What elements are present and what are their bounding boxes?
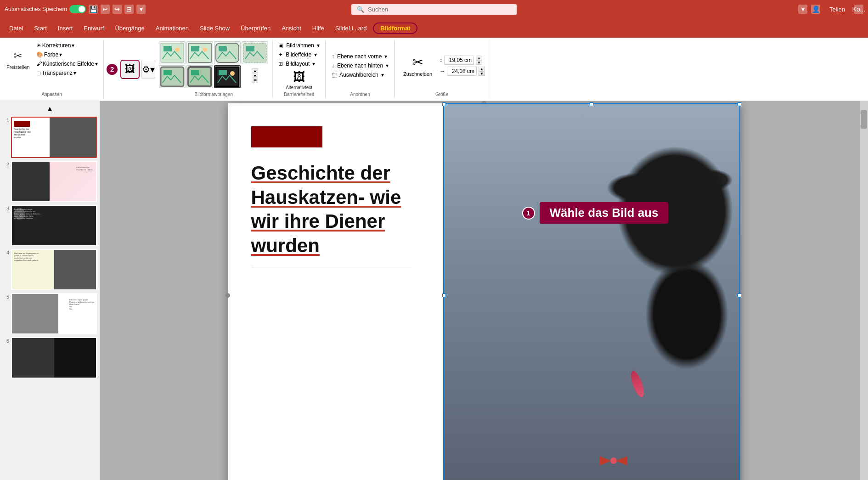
anpassen-top-row: ✂ Freistellen ☀ Korrekturen ▾ 🎨 Farbe ▾ … <box>4 41 100 77</box>
slide-thumb-4[interactable]: 4 Die Katze als Wegbegleiter zugehen in … <box>3 249 97 290</box>
bowtie-right <box>616 456 627 465</box>
autosave-label: Automatisches Speichern <box>5 6 67 12</box>
slide-thumb-2[interactable]: 2 KatzenmassageStunden bei 13.000... <box>3 161 97 202</box>
more-presets-button[interactable]: ▲ ▼ ☰ <box>242 65 268 86</box>
menu-datei[interactable]: Datei <box>5 23 28 34</box>
ebene-hinten-chevron: ▾ <box>386 62 389 69</box>
save-icon[interactable]: 💾 <box>89 5 98 14</box>
kuenstlerische-chevron: ▾ <box>95 61 98 67</box>
ebene-vorne-button[interactable]: ↑ Ebene nach vorne ▾ <box>330 52 390 61</box>
groesse-content: ✂ Zuschneiden ↕ ▲ ▼ ↔ ▲ ▼ <box>399 41 485 90</box>
transparenz-button[interactable]: ◻ Transparenz ▾ <box>34 69 100 77</box>
freistellen-button[interactable]: ✂ Freistellen <box>4 47 33 72</box>
slide-image-5[interactable]: Kätzchen eigner gegenRaubtiere zu kämpfe… <box>11 293 97 334</box>
width-input[interactable] <box>447 67 477 76</box>
slide-image-6[interactable] <box>11 337 97 378</box>
kuenstlerische-button[interactable]: 🖌 Künstlerische Effekte ▾ <box>34 60 100 68</box>
slide-image-4[interactable]: Die Katze als Wegbegleiter zugehen in 10… <box>11 249 97 290</box>
menu-animationen[interactable]: Animationen <box>151 23 193 34</box>
user-avatar[interactable]: 👤 <box>811 5 820 14</box>
undo-icon[interactable]: ↩ <box>101 5 110 14</box>
ebene-hinten-button[interactable]: ↓ Ebene nach hinten ▾ <box>330 62 390 70</box>
slide-content-left: Geschichte der Hauskatzen- wie wir ihre … <box>228 103 443 480</box>
width-spinners: ▲ ▼ <box>479 67 485 76</box>
preset-4[interactable] <box>242 41 268 64</box>
bildrahmen-label: Bildrahmen <box>286 42 314 49</box>
slide-thumb-5[interactable]: 5 Kätzchen eigner gegenRaubtiere zu kämp… <box>3 293 97 334</box>
menu-ansicht[interactable]: Ansicht <box>277 23 306 34</box>
bildeffekte-button[interactable]: ✦ Bildeffekte ▾ <box>276 51 321 59</box>
slide-image-3[interactable]: An der Alumnch wurde...Die Katzen schufe… <box>11 205 97 246</box>
autosave-toggle[interactable]: Automatisches Speichern <box>5 5 86 13</box>
preset-3[interactable] <box>214 41 241 64</box>
korrekturen-label: Korrekturen <box>42 42 71 49</box>
ebene-vorne-chevron: ▾ <box>384 53 387 60</box>
slide-thumb-3[interactable]: 3 An der Alumnch wurde...Die Katzen schu… <box>3 205 97 246</box>
menu-bildformat[interactable]: Bildformat <box>373 23 417 34</box>
autosave-switch[interactable] <box>69 5 86 13</box>
search-bar[interactable]: 🔍 <box>351 4 517 15</box>
height-down[interactable]: ▼ <box>476 60 482 65</box>
korrekturen-chevron: ▾ <box>72 42 74 49</box>
alternativtext-button[interactable]: 🖼 Alternativtext <box>286 70 312 90</box>
height-up[interactable]: ▲ <box>476 56 482 60</box>
present-icon[interactable]: ⊟ <box>124 5 134 14</box>
collapse-icon[interactable]: Ko... <box>854 5 863 14</box>
menu-entwurf[interactable]: Entwurf <box>79 23 108 34</box>
bildlayout-chevron: ▾ <box>312 61 315 67</box>
menu-slideliard[interactable]: SlideLi...ard <box>331 23 372 34</box>
ppt-dropdown-icon[interactable]: ▾ <box>798 5 807 14</box>
preset-5[interactable] <box>159 65 186 88</box>
ribbon: ✂ Freistellen ☀ Korrekturen ▾ 🎨 Farbe ▾ … <box>0 38 868 101</box>
scroll-down-icon[interactable]: ▼ <box>252 73 258 78</box>
slide-divider <box>251 267 411 267</box>
slide-inner-4: Die Katze als Wegbegleiter zugehen in 10… <box>12 250 96 289</box>
slide-num-4: 4 <box>3 249 9 255</box>
svg-rect-15 <box>219 70 227 75</box>
preset-1[interactable] <box>159 41 186 64</box>
menu-start[interactable]: Start <box>29 23 51 34</box>
image-options-button[interactable]: ⚙▾ <box>141 60 155 79</box>
preset-grid: ▲ ▼ ☰ <box>159 41 268 88</box>
width-down[interactable]: ▼ <box>479 71 485 76</box>
width-up[interactable]: ▲ <box>479 67 485 71</box>
share-button[interactable]: Teilen <box>824 4 851 15</box>
korrekturen-button[interactable]: ☀ Korrekturen ▾ <box>34 41 100 50</box>
menu-hilfe[interactable]: Hilfe <box>308 23 329 34</box>
scroll-up-icon[interactable]: ▲ <box>252 68 258 73</box>
title-bar-left: Automatisches Speichern 💾 ↩ ↪ ⊟ ▾ <box>5 5 288 14</box>
preset-7[interactable] <box>214 65 241 88</box>
preset-6[interactable] <box>186 65 213 88</box>
bowtie-center <box>610 457 617 464</box>
menu-uebergaenge[interactable]: Übergänge <box>110 23 149 34</box>
menu-slideshow[interactable]: Slide Show <box>195 23 234 34</box>
bildrahmen-button[interactable]: ▣ Bildrahmen ▾ <box>276 41 321 50</box>
slide-canvas[interactable]: Geschichte der Hauskatzen- wie wir ihre … <box>228 103 740 480</box>
slide-thumb-6[interactable]: 6 <box>3 337 97 378</box>
preset-2[interactable] <box>186 41 213 64</box>
slide-num-3: 3 <box>3 205 9 211</box>
farbe-button[interactable]: 🎨 Farbe ▾ <box>34 51 100 59</box>
crop-image-button[interactable]: 🖼 <box>120 60 140 79</box>
customize-icon[interactable]: ▾ <box>136 5 146 14</box>
menu-insert[interactable]: Insert <box>53 23 78 34</box>
expand-icon[interactable]: ☰ <box>252 79 258 83</box>
redo-icon[interactable]: ↪ <box>113 5 122 14</box>
panel-scroll-up[interactable]: ▲ <box>3 105 97 113</box>
scroll-thumb[interactable] <box>861 110 867 129</box>
search-input[interactable] <box>368 6 506 13</box>
slide-image-1[interactable]: Geschichte derHauskatzen- wieihre Diener… <box>11 117 97 158</box>
svg-rect-13 <box>191 70 199 75</box>
bildlayout-button[interactable]: ⊞ Bildlayout ▾ <box>276 60 321 68</box>
auswahlbereich-button[interactable]: ⬚ Auswahlbereich ▾ <box>330 71 390 79</box>
slide-inner-5: Kätzchen eigner gegenRaubtiere zu kämpfe… <box>12 294 96 333</box>
vertical-scrollbar[interactable] <box>860 101 868 480</box>
slide-thumb-1[interactable]: 1 Geschichte derHauskatzen- wieihre Dien… <box>3 117 97 158</box>
height-input[interactable] <box>444 56 474 65</box>
s5-cat-img <box>12 294 58 333</box>
menu-ueberpruefen[interactable]: Überprüfen <box>236 23 275 34</box>
slide-image-2[interactable]: KatzenmassageStunden bei 13.000... <box>11 161 97 202</box>
zuschneiden-button[interactable]: ✂ Zuschneiden <box>399 52 437 79</box>
s6-cat-img <box>12 338 54 378</box>
ribbon-group-anordnen: ↑ Ebene nach vorne ▾ ↓ Ebene nach hinten… <box>326 40 395 99</box>
